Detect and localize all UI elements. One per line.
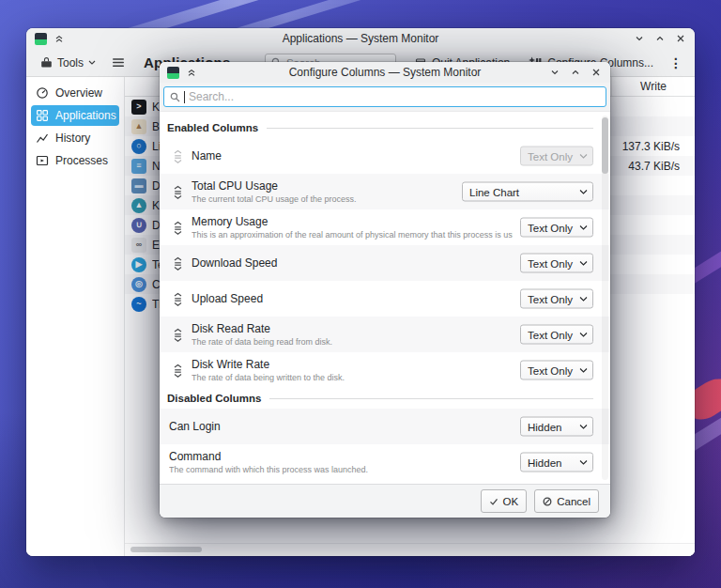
dropdown-value: Text Only	[528, 150, 573, 162]
column-description: The current total CPU usage of the proce…	[192, 194, 357, 204]
sidebar-item[interactable]: History	[31, 128, 119, 148]
folder-icon: ▬	[131, 178, 146, 193]
hamburger-menu-icon[interactable]	[112, 56, 125, 69]
main-titlebar[interactable]: Applications — System Monitor	[26, 28, 695, 49]
horizontal-scrollbar[interactable]	[125, 543, 695, 556]
telegram-app-icon: ▶	[131, 257, 146, 272]
display-style-dropdown[interactable]: Text Only	[520, 361, 593, 380]
chevron-down-icon	[579, 296, 588, 302]
dropdown-value: Text Only	[528, 329, 573, 340]
dialog-titlebar[interactable]: Configure Columns — System Monitor	[160, 62, 610, 83]
close-button[interactable]	[591, 68, 601, 77]
maximize-button[interactable]	[571, 68, 580, 77]
chevron-down-icon	[579, 424, 588, 429]
maximize-button[interactable]	[655, 34, 665, 43]
drag-handle-icon[interactable]	[165, 364, 190, 378]
section-header: Disabled Columns	[160, 388, 610, 409]
tools-menu-button[interactable]: Tools	[36, 54, 100, 72]
column-name: Name	[192, 149, 222, 162]
sidebar-item[interactable]: Overview	[31, 83, 119, 103]
drag-handle-icon[interactable]	[165, 328, 190, 342]
dropdown-value: Hidden	[528, 421, 561, 432]
write-value: 137.3 KiB/s	[622, 140, 680, 153]
cassette-app-icon: ∞	[131, 238, 146, 253]
chat-app-icon: ≡	[131, 159, 146, 174]
chevron-down-icon	[579, 153, 588, 159]
system-monitor-app-icon	[35, 33, 47, 45]
sidebar-item[interactable]: Applications	[31, 105, 119, 126]
ok-button[interactable]: OK	[481, 489, 528, 513]
column-description: The rate of data being written to the di…	[192, 373, 345, 382]
dropdown-value: Text Only	[528, 222, 573, 233]
terminal-app-icon: >	[131, 100, 146, 115]
column-description: The command with which this process was …	[169, 465, 368, 474]
sidebar-item-label: History	[55, 132, 90, 145]
section-title: Enabled Columns	[167, 122, 258, 133]
display-style-dropdown[interactable]: Line Chart	[462, 182, 593, 202]
column-config-row: Upload Speed Text Only	[160, 281, 610, 317]
gauge-icon	[36, 86, 49, 100]
keep-above-icon[interactable]	[187, 68, 196, 77]
column-name: Command	[169, 450, 368, 463]
column-name: Upload Speed	[192, 292, 263, 305]
section-divider	[267, 128, 593, 129]
cancel-button[interactable]: Cancel	[534, 489, 599, 513]
display-style-dropdown[interactable]: Text Only	[520, 147, 593, 166]
column-config-row: Disk Read Rate The rate of data being re…	[160, 317, 610, 352]
applications-grid-icon	[36, 109, 49, 122]
drag-handle-icon[interactable]	[165, 185, 190, 199]
column-description: The rate of data being read from disk.	[192, 337, 332, 347]
column-config-row: Can Login Hidden	[160, 409, 610, 444]
vertical-scrollbar[interactable]	[602, 116, 608, 480]
minimize-button[interactable]	[550, 68, 560, 77]
display-style-dropdown[interactable]: Text Only	[520, 289, 593, 309]
drag-handle-icon[interactable]	[165, 221, 190, 235]
chevron-down-icon	[579, 260, 588, 266]
mountain-app-icon: ▲	[131, 119, 146, 134]
configure-columns-dialog: Configure Columns — System Monitor Searc…	[160, 62, 610, 518]
dropdown-value: Text Only	[528, 293, 573, 304]
processes-icon	[36, 154, 49, 167]
dialog-search-input[interactable]: Search...	[163, 86, 606, 107]
history-chart-icon	[36, 132, 49, 145]
column-config-row: Name Text Only	[160, 138, 610, 174]
column-name: Memory Usage	[192, 215, 513, 228]
toolbox-icon	[40, 56, 53, 69]
horizontal-scrollbar-thumb[interactable]	[130, 547, 202, 552]
display-style-dropdown[interactable]: Text Only	[520, 325, 593, 345]
drag-handle-icon[interactable]	[165, 149, 190, 163]
write-column-header[interactable]: Write	[611, 77, 695, 96]
chevron-down-icon	[579, 367, 588, 373]
drag-handle-icon[interactable]	[165, 292, 190, 306]
display-style-dropdown[interactable]: Hidden	[520, 417, 593, 437]
column-config-row: Memory Usage This is an approximation of…	[160, 209, 610, 245]
overflow-menu-button[interactable]: ⋮	[667, 55, 685, 70]
display-style-dropdown[interactable]: Text Only	[520, 218, 593, 238]
column-config-row: Command The command with which this proc…	[160, 444, 610, 480]
write-value: 43.7 KiB/s	[628, 160, 680, 173]
display-style-dropdown[interactable]: Hidden	[520, 453, 593, 472]
keep-above-icon[interactable]	[54, 34, 64, 43]
section-header: Enabled Columns	[160, 117, 610, 138]
close-button[interactable]	[676, 34, 685, 43]
chevron-down-icon	[579, 332, 588, 337]
drag-handle-icon[interactable]	[165, 256, 190, 271]
dropdown-value: Text Only	[528, 364, 573, 376]
check-icon	[489, 497, 499, 506]
column-description: This is an approximation of the real amo…	[192, 230, 513, 240]
column-name: Can Login	[169, 420, 221, 433]
sidebar-item-label: Processes	[55, 154, 108, 167]
kate-app-icon: ▲	[131, 198, 146, 213]
display-style-dropdown[interactable]: Text Only	[520, 254, 593, 273]
sidebar: Overview Applications History	[26, 77, 125, 556]
chevron-down-icon	[579, 224, 588, 230]
dropdown-value: Hidden	[528, 456, 561, 468]
main-window-title: Applications — System Monitor	[26, 32, 695, 45]
sidebar-item[interactable]: Processes	[31, 150, 119, 171]
column-config-row: Total CPU Usage The current total CPU us…	[160, 174, 610, 209]
vertical-scrollbar-thumb[interactable]	[602, 117, 608, 174]
section-title: Disabled Columns	[167, 393, 261, 404]
minimize-button[interactable]	[635, 34, 644, 43]
column-name: Disk Read Rate	[192, 322, 332, 335]
globe-app-icon: ○	[131, 139, 146, 154]
